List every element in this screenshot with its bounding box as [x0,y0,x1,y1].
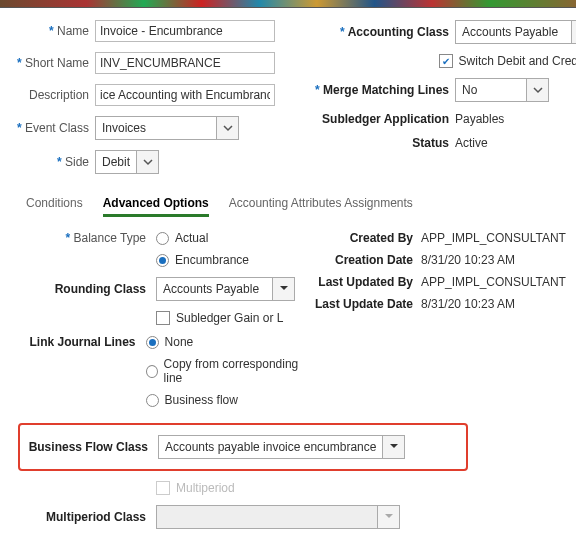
tab-conditions[interactable]: Conditions [26,196,83,217]
last-update-date-value: 8/31/20 10:23 AM [421,297,515,311]
last-updated-by-value: APP_IMPL_CONSULTANT [421,275,566,289]
tab-advanced-options[interactable]: Advanced Options [103,196,209,217]
business-flow-class-highlight: Business Flow Class Accounts payable inv… [18,423,468,471]
business-flow-class-label: Business Flow Class [28,440,158,454]
side-select[interactable]: Debit [95,150,159,174]
created-by-label: Created By [306,231,421,245]
form-area: Name Short Name Description Event Class … [0,8,576,529]
rounding-class-select[interactable]: Accounts Payable [156,277,295,301]
chevron-down-icon [377,506,399,528]
last-updated-by-label: Last Updated By [306,275,421,289]
merge-matching-lines-label: Merge Matching Lines [310,83,455,97]
accounting-class-label: Accounting Class [310,25,455,39]
side-value: Debit [96,155,136,169]
link-business-flow-label: Business flow [165,393,238,407]
subledger-gain-checkbox[interactable] [156,311,170,325]
creation-date-label: Creation Date [306,253,421,267]
creation-date-value: 8/31/20 10:23 AM [421,253,515,267]
short-name-input[interactable] [95,52,275,74]
chevron-down-icon[interactable] [571,21,576,43]
event-class-select[interactable]: Invoices [95,116,239,140]
link-business-flow-radio[interactable] [146,394,159,407]
name-label: Name [10,24,95,38]
chevron-down-icon[interactable] [382,436,404,458]
balance-type-encumbrance-radio[interactable] [156,254,169,267]
rounding-class-label: Rounding Class [26,282,156,296]
short-name-label: Short Name [10,56,95,70]
balance-type-actual-radio[interactable] [156,232,169,245]
tab-accounting-attributes[interactable]: Accounting Attributes Assignments [229,196,413,217]
switch-debit-credit-checkbox[interactable] [439,54,453,68]
accounting-class-value: Accounts Payable [456,25,571,39]
chevron-down-icon[interactable] [216,117,238,139]
subledger-application-label: Subledger Application [310,112,455,126]
link-journal-lines-label: Link Journal Lines [26,335,146,349]
link-none-radio[interactable] [146,336,159,349]
status-label: Status [310,136,455,150]
multiperiod-class-label: Multiperiod Class [26,510,156,524]
event-class-value: Invoices [96,121,216,135]
switch-debit-credit-label: Switch Debit and Credit [459,54,576,68]
event-class-label: Event Class [10,121,95,135]
description-input[interactable] [95,84,275,106]
status-value: Active [455,136,488,150]
chevron-down-icon[interactable] [136,151,158,173]
subledger-gain-label: Subledger Gain or L [176,311,283,325]
link-none-label: None [165,335,194,349]
chevron-down-icon[interactable] [272,278,294,300]
business-flow-class-select[interactable]: Accounts payable invoice encumbrance [158,435,405,459]
multiperiod-label: Multiperiod [176,481,235,495]
metadata-panel: Created By APP_IMPL_CONSULTANT Creation … [306,231,566,417]
merge-matching-lines-select[interactable]: No [455,78,549,102]
last-update-date-label: Last Update Date [306,297,421,311]
link-copy-label: Copy from corresponding line [164,357,306,385]
multiperiod-checkbox [156,481,170,495]
subledger-application-value: Payables [455,112,504,126]
balance-type-label: Balance Type [26,231,156,245]
business-flow-class-value: Accounts payable invoice encumbrance [159,440,382,454]
side-label: Side [10,155,95,169]
balance-type-encumbrance-label: Encumbrance [175,253,249,267]
chevron-down-icon[interactable] [526,79,548,101]
rounding-class-value: Accounts Payable [157,282,272,296]
description-label: Description [10,88,95,102]
created-by-value: APP_IMPL_CONSULTANT [421,231,566,245]
merge-value: No [456,83,526,97]
balance-type-actual-label: Actual [175,231,208,245]
multiperiod-class-select [156,505,400,529]
accounting-class-select[interactable]: Accounts Payable [455,20,576,44]
name-input[interactable] [95,20,275,42]
link-copy-radio[interactable] [146,365,158,378]
decorative-top-bar [0,0,576,8]
tab-bar: Conditions Advanced Options Accounting A… [26,196,566,217]
